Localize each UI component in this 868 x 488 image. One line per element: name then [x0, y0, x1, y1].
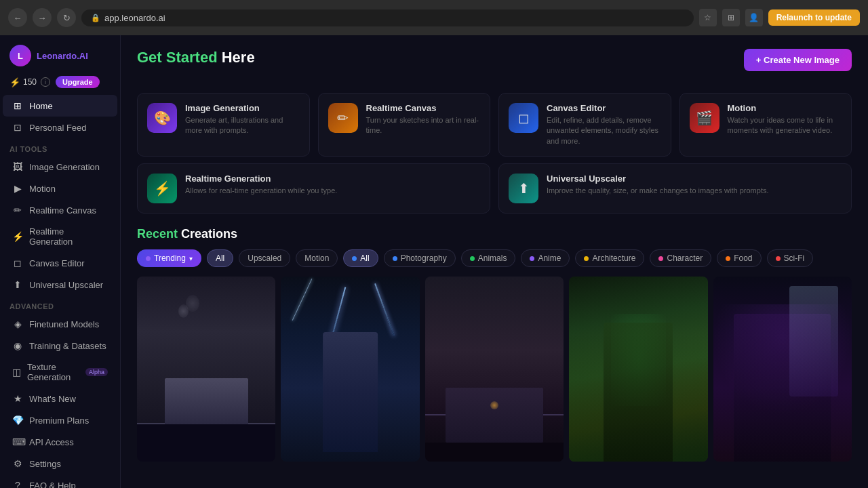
feature-cards-row2: ⚡ Realtime Generation Allows for real-ti… [137, 163, 852, 214]
training-datasets-icon: ◉ [12, 340, 23, 351]
character-dot [658, 256, 663, 261]
filter-photography[interactable]: Photography [384, 249, 456, 267]
food-dot [726, 256, 730, 261]
logo-text: Leonardo.AI [37, 51, 88, 61]
image-generation-icon: 🖼 [12, 161, 23, 172]
filter-all-main[interactable]: All [207, 249, 233, 267]
image-card-2[interactable] [281, 277, 419, 462]
image-card-1[interactable] [137, 277, 275, 462]
realtime-canvas-card-text: Realtime Canvas Turn your sketches into … [366, 103, 481, 136]
profile-icon[interactable]: 👤 [745, 9, 763, 26]
home-icon: ⊞ [12, 100, 23, 111]
forward-button[interactable]: → [33, 8, 52, 27]
sidebar-item-texture-generation[interactable]: ◫ Texture Generation Alpha [3, 357, 117, 388]
trending-chevron: ▾ [189, 255, 193, 262]
sidebar-item-finetuned-models[interactable]: ◈ Finetuned Models [3, 313, 117, 335]
sidebar-item-api-access[interactable]: ⌨ API Access [3, 431, 117, 453]
upgrade-button[interactable]: Upgrade [56, 76, 100, 88]
whats-new-icon: ★ [12, 393, 23, 404]
extensions-icon[interactable]: ⊞ [722, 9, 740, 26]
image-grid [137, 277, 852, 462]
filter-all-sub[interactable]: All [343, 249, 378, 267]
sidebar-item-image-generation[interactable]: 🖼 Image Generation [3, 156, 117, 178]
image-card-4[interactable] [569, 277, 707, 462]
filter-bar: Trending ▾ All Upscaled Motion All Photo… [137, 249, 852, 267]
texture-generation-icon: ◫ [12, 367, 21, 378]
image-card-3[interactable] [425, 277, 564, 462]
sidebar-item-canvas-editor[interactable]: ◻ Canvas Editor [3, 252, 117, 274]
back-button[interactable]: ← [8, 8, 27, 27]
get-started-title: Get Started Here [137, 49, 255, 66]
sidebar-item-settings[interactable]: ⚙ Settings [3, 453, 117, 474]
bookmark-icon[interactable]: ☆ [699, 9, 717, 26]
sidebar-item-personal-feed[interactable]: ⊡ Personal Feed [3, 117, 117, 138]
credits-badge: ⚡ 150 i [9, 77, 50, 87]
all-sub-dot [352, 256, 357, 261]
main-content: Get Started Here + Create New Image 🎨 Im… [121, 35, 868, 488]
realtime-canvas-icon: ✏ [12, 205, 23, 216]
filter-motion[interactable]: Motion [296, 249, 338, 267]
faq-icon: ? [12, 480, 23, 488]
sidebar-item-realtime-canvas[interactable]: ✏ Realtime Canvas [3, 199, 117, 221]
sidebar-item-premium-plans[interactable]: 💎 Premium Plans [3, 409, 117, 431]
app-container: L Leonardo.AI ⚡ 150 i Upgrade ⊞ Home ⊡ P… [0, 35, 868, 488]
credits-info-icon[interactable]: i [41, 77, 50, 87]
universal-upscaler-card-icon: ⬆ [509, 174, 538, 203]
filter-character[interactable]: Character [650, 249, 711, 267]
image-generation-card-icon: 🎨 [147, 103, 177, 133]
page-header: Get Started Here + Create New Image [137, 49, 852, 82]
feature-cards-row1: 🎨 Image Generation Generate art, illustr… [137, 93, 852, 157]
filter-upscaled[interactable]: Upscaled [239, 249, 290, 267]
relaunch-button[interactable]: Relaunch to update [768, 9, 860, 26]
realtime-generation-card-icon: ⚡ [147, 174, 177, 203]
canvas-editor-card-icon: ◻ [509, 103, 538, 133]
finetuned-models-icon: ◈ [12, 319, 23, 329]
filter-architecture[interactable]: Architecture [575, 249, 644, 267]
universal-upscaler-icon: ⬆ [12, 279, 23, 290]
reload-button[interactable]: ↻ [57, 8, 76, 27]
anime-dot [530, 256, 534, 261]
browser-actions: ☆ ⊞ 👤 Relaunch to update [699, 9, 860, 26]
motion-card-icon: 🎬 [690, 103, 719, 133]
sidebar-item-training-datasets[interactable]: ◉ Training & Datasets [3, 335, 117, 357]
feature-card-realtime-generation[interactable]: ⚡ Realtime Generation Allows for real-ti… [137, 163, 490, 214]
api-access-icon: ⌨ [12, 436, 23, 447]
filter-food[interactable]: Food [717, 249, 761, 267]
trending-dot [146, 256, 151, 261]
feature-card-image-generation[interactable]: 🎨 Image Generation Generate art, illustr… [137, 93, 310, 157]
create-new-image-button[interactable]: + Create New Image [744, 49, 852, 71]
animals-dot [470, 256, 475, 261]
sidebar-item-faq[interactable]: ? FAQ & Help [3, 474, 117, 488]
sidebar-item-whats-new[interactable]: ★ What's New [3, 388, 117, 409]
canvas-editor-card-text: Canvas Editor Edit, refine, add details,… [547, 103, 661, 146]
motion-card-text: Motion Watch your ideas come to life in … [728, 103, 842, 136]
filter-sci-fi[interactable]: Sci-Fi [767, 249, 814, 267]
filter-trending[interactable]: Trending ▾ [137, 249, 201, 267]
sidebar-item-home[interactable]: ⊞ Home [3, 95, 117, 117]
image-card-5[interactable] [713, 277, 852, 462]
universal-upscaler-card-text: Universal Upscaler Improve the quality, … [547, 174, 769, 196]
feature-card-motion[interactable]: 🎬 Motion Watch your ideas come to life i… [679, 93, 852, 157]
feature-card-canvas-editor[interactable]: ◻ Canvas Editor Edit, refine, add detail… [498, 93, 671, 157]
filter-anime[interactable]: Anime [521, 249, 570, 267]
photography-dot [393, 256, 397, 261]
url-bar[interactable]: 🔒 app.leonardo.ai [81, 9, 694, 26]
feature-card-realtime-canvas[interactable]: ✏ Realtime Canvas Turn your sketches int… [318, 93, 491, 157]
sidebar-item-realtime-generation[interactable]: ⚡ Realtime Generation [3, 221, 117, 252]
architecture-dot [584, 256, 589, 261]
canvas-editor-icon: ◻ [12, 258, 23, 268]
advanced-label: Advanced [0, 296, 120, 313]
browser-chrome: ← → ↻ 🔒 app.leonardo.ai ☆ ⊞ 👤 Relaunch t… [0, 0, 868, 35]
sidebar-item-motion[interactable]: ▶ Motion [3, 178, 117, 199]
credits-area: ⚡ 150 i Upgrade [0, 73, 120, 95]
premium-plans-icon: 💎 [12, 415, 23, 426]
logo-avatar: L [9, 45, 31, 66]
feature-card-universal-upscaler[interactable]: ⬆ Universal Upscaler Improve the quality… [498, 163, 852, 214]
alpha-badge: Alpha [85, 368, 108, 376]
filter-animals[interactable]: Animals [461, 249, 516, 267]
scifi-dot [776, 256, 781, 261]
settings-icon: ⚙ [12, 458, 23, 469]
sidebar-item-universal-upscaler[interactable]: ⬆ Universal Upscaler [3, 274, 117, 296]
personal-feed-icon: ⊡ [12, 122, 23, 133]
credits-icon: ⚡ [9, 77, 20, 87]
